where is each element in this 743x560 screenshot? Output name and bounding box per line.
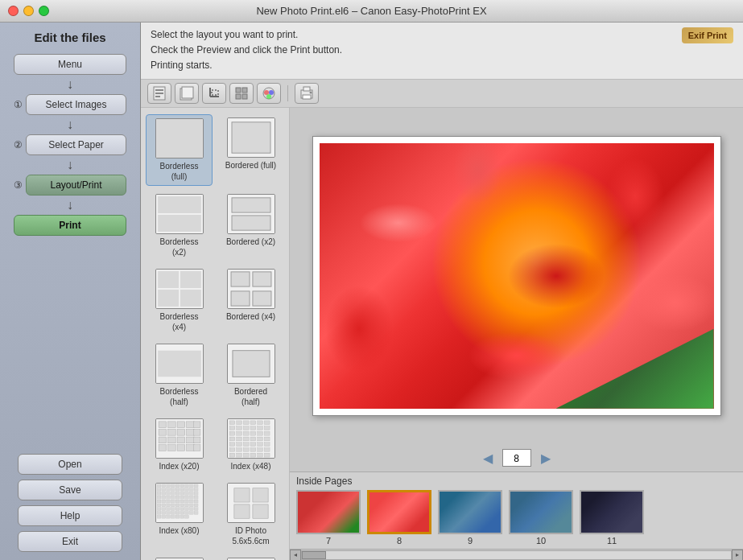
- layout-thumb-bordered-x2: [227, 194, 275, 234]
- svg-rect-34: [180, 290, 200, 307]
- svg-rect-119: [161, 488, 165, 491]
- svg-rect-142: [184, 496, 188, 499]
- layout-id-photo-1[interactable]: ID Photo5.6x5.6cm: [217, 480, 284, 550]
- layout-id-photo-2[interactable]: ID Photo: [146, 554, 213, 560]
- thumbnail-11[interactable]: 11: [580, 490, 644, 546]
- svg-rect-165: [166, 507, 170, 510]
- svg-rect-107: [264, 453, 270, 457]
- svg-rect-47: [177, 421, 185, 427]
- svg-rect-152: [189, 500, 193, 503]
- layout-borderless-full[interactable]: Borderless(full): [146, 114, 213, 186]
- tool-btn-2[interactable]: [175, 83, 199, 104]
- bottom-scrollbar[interactable]: ◂ ▸: [290, 549, 743, 560]
- open-button[interactable]: Open: [18, 454, 122, 475]
- layout-label-bordered-half: Bordered(half): [234, 386, 267, 407]
- layout-thumb-bordered-half: [227, 344, 275, 384]
- tool-btn-1[interactable]: [147, 83, 171, 104]
- svg-rect-96: [229, 447, 235, 451]
- svg-rect-61: [167, 444, 175, 451]
- svg-rect-104: [243, 453, 249, 457]
- svg-rect-23: [232, 121, 270, 152]
- layout-index-x48[interactable]: Index (x48): [217, 415, 284, 475]
- svg-rect-130: [171, 492, 175, 495]
- svg-rect-178: [184, 511, 188, 514]
- layout-borderless-x4[interactable]: Borderless(x4): [146, 266, 213, 336]
- svg-rect-77: [264, 426, 270, 430]
- tool-btn-print[interactable]: [295, 83, 319, 104]
- thumb-img-8: [367, 490, 431, 534]
- svg-rect-180: [194, 511, 198, 514]
- toolbar-separator: [287, 85, 288, 101]
- help-button[interactable]: Help: [18, 505, 122, 526]
- svg-rect-190: [252, 488, 267, 501]
- svg-rect-84: [229, 437, 235, 441]
- layout-index-x80[interactable]: Index (x80): [146, 480, 213, 550]
- svg-rect-112: [171, 484, 175, 488]
- svg-rect-3: [155, 96, 160, 97]
- svg-rect-54: [193, 429, 200, 435]
- save-button[interactable]: Save: [18, 480, 122, 500]
- scroll-thumb[interactable]: [302, 551, 326, 559]
- layout-thumb-borderless-full: [155, 118, 204, 159]
- layout-bordered-full[interactable]: Bordered (full): [217, 114, 284, 186]
- print-button[interactable]: Print: [14, 215, 126, 236]
- window-controls[interactable]: [8, 6, 49, 16]
- svg-rect-56: [167, 437, 175, 443]
- scroll-left-arrow[interactable]: ◂: [290, 550, 301, 561]
- thumbnail-8[interactable]: 8: [367, 490, 431, 546]
- layout-items: Borderless(full) Bordered (full): [144, 111, 286, 560]
- tool-btn-color[interactable]: [257, 83, 281, 104]
- thumb-num-9: 9: [468, 536, 473, 546]
- menu-button[interactable]: Menu: [14, 54, 126, 75]
- tool-btn-crop[interactable]: [202, 83, 226, 104]
- svg-rect-127: [157, 492, 161, 495]
- svg-rect-98: [243, 447, 249, 451]
- layout-bordered-x4[interactable]: Bordered (x4): [217, 266, 284, 336]
- select-paper-button[interactable]: Select Paper: [26, 134, 126, 155]
- layout-id-photo-3[interactable]: ID Photo: [217, 554, 284, 560]
- thumbnail-9[interactable]: 9: [438, 490, 502, 546]
- layout-thumb-index-x48: [227, 418, 275, 459]
- svg-point-16: [266, 94, 271, 99]
- prev-page-button[interactable]: ◀: [480, 450, 496, 466]
- svg-point-14: [264, 90, 269, 95]
- scroll-right-arrow[interactable]: ▸: [732, 550, 743, 561]
- thumb-num-7: 7: [326, 536, 331, 546]
- svg-rect-31: [158, 270, 179, 287]
- layout-label-bordered-full: Bordered (full): [225, 160, 276, 171]
- svg-rect-76: [257, 426, 262, 430]
- svg-rect-161: [189, 504, 193, 507]
- svg-rect-145: [157, 500, 161, 503]
- maximize-button[interactable]: [39, 6, 49, 16]
- minimize-button[interactable]: [23, 6, 34, 16]
- select-images-button[interactable]: Select Images: [26, 94, 126, 115]
- svg-rect-79: [236, 431, 241, 435]
- layout-bordered-half[interactable]: Bordered(half): [217, 340, 284, 410]
- layout-print-button[interactable]: Layout/Print: [26, 175, 126, 196]
- svg-rect-117: [194, 484, 198, 488]
- layout-borderless-half[interactable]: Borderless(half): [146, 340, 213, 410]
- svg-rect-82: [257, 431, 262, 435]
- svg-rect-125: [189, 488, 193, 491]
- svg-rect-38: [231, 290, 250, 305]
- svg-rect-43: [232, 350, 269, 377]
- svg-rect-147: [166, 500, 170, 503]
- svg-rect-118: [157, 488, 161, 491]
- info-bar: Select the layout you want to print. Che…: [141, 23, 743, 80]
- svg-rect-150: [180, 500, 184, 503]
- exit-button[interactable]: Exit: [18, 531, 122, 552]
- close-button[interactable]: [8, 6, 19, 16]
- layout-bordered-x2[interactable]: Bordered (x2): [217, 191, 284, 261]
- next-page-button[interactable]: ▶: [538, 450, 554, 466]
- layout-borderless-x2[interactable]: Borderless(x2): [146, 191, 213, 261]
- svg-rect-12: [242, 94, 247, 99]
- thumbnail-10[interactable]: 10: [509, 490, 573, 546]
- svg-rect-49: [193, 421, 200, 427]
- scroll-track[interactable]: [301, 550, 732, 560]
- layout-index-x20[interactable]: Index (x20): [146, 415, 213, 475]
- svg-rect-156: [166, 504, 170, 507]
- thumbnail-7[interactable]: 7: [296, 490, 361, 546]
- current-page-input[interactable]: 8: [502, 449, 531, 467]
- title-bar: New Photo Print.el6 – Canon Easy-PhotoPr…: [0, 0, 743, 23]
- tool-btn-grid[interactable]: [229, 83, 254, 104]
